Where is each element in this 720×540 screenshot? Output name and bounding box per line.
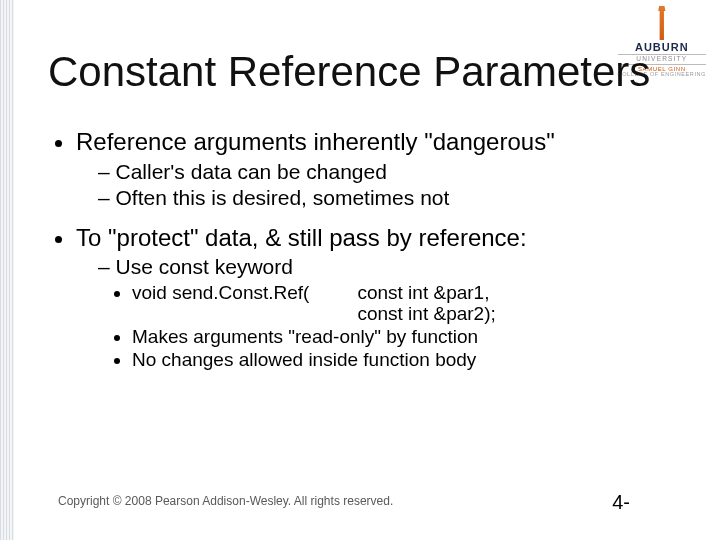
- slide: AUBURN UNIVERSITY SAMUEL GINN COLLEGE OF…: [0, 0, 720, 540]
- bullet-1-sub-2: Often this is desired, sometimes not: [98, 186, 672, 210]
- bullet-read-only: Makes arguments "read-only" by function: [132, 326, 672, 348]
- bullet-list: Reference arguments inherently "dangerou…: [48, 128, 672, 371]
- bullet-1-sublist: Caller's data can be changed Often this …: [76, 160, 672, 210]
- code-call: void send.Const.Ref(: [132, 282, 309, 304]
- bullet-2-sub-1-sublist: void send.Const.Ref(const int &par1, con…: [98, 282, 672, 371]
- tower-icon: [653, 6, 671, 40]
- bullet-1-sub-1: Caller's data can be changed: [98, 160, 672, 184]
- bullet-2-sub-1: Use const keyword void send.Const.Ref(co…: [98, 255, 672, 371]
- code-params: const int &par1, const int &par2);: [309, 282, 495, 326]
- slide-title: Constant Reference Parameters: [48, 48, 660, 96]
- bullet-2: To "protect" data, & still pass by refer…: [76, 224, 672, 371]
- page-number: 4-: [612, 491, 630, 514]
- left-accent-bar: [0, 0, 14, 540]
- bullet-no-changes: No changes allowed inside function body: [132, 349, 672, 371]
- bullet-1-text: Reference arguments inherently "dangerou…: [76, 128, 555, 155]
- copyright-text: Copyright © 2008 Pearson Addison-Wesley.…: [58, 494, 393, 508]
- bullet-2-text: To "protect" data, & still pass by refer…: [76, 224, 527, 251]
- bullet-1: Reference arguments inherently "dangerou…: [76, 128, 672, 210]
- bullet-2-sub-1-text: Use const keyword: [116, 255, 293, 278]
- slide-body: Reference arguments inherently "dangerou…: [48, 128, 672, 385]
- code-line: void send.Const.Ref(const int &par1, con…: [132, 282, 672, 326]
- bullet-2-sublist: Use const keyword void send.Const.Ref(co…: [76, 255, 672, 371]
